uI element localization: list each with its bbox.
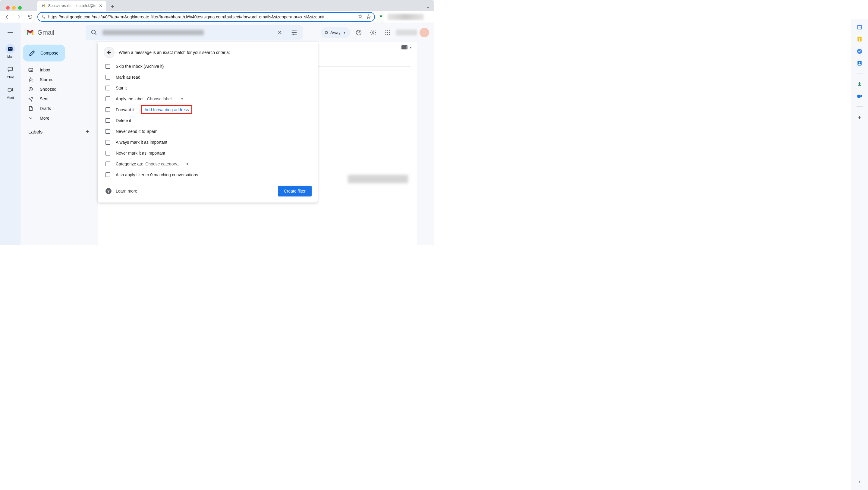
filter-option-mark-read[interactable]: Mark as read (105, 72, 312, 83)
window-close[interactable] (6, 6, 10, 10)
sidebar-item-snoozed[interactable]: Snoozed (21, 84, 95, 94)
svg-rect-0 (41, 16, 43, 16)
omnibox-badge-icon[interactable] (358, 14, 363, 20)
option-label-post: matching conversations. (153, 172, 199, 177)
filter-option-forward-it[interactable]: Forward it Add forwarding address (105, 104, 312, 115)
svg-rect-25 (29, 68, 33, 72)
input-tools[interactable]: ▼ (401, 45, 412, 50)
tabs-dropdown[interactable] (424, 4, 432, 11)
nav-forward-button[interactable] (14, 13, 23, 21)
nav-back-button[interactable] (3, 13, 11, 21)
sidebar-item-drafts[interactable]: Drafts (21, 104, 95, 113)
nav-reload-button[interactable] (26, 13, 34, 21)
svg-point-12 (293, 34, 294, 35)
checkbox[interactable] (105, 161, 110, 166)
org-badge-blurred (396, 30, 417, 36)
checkbox[interactable] (105, 107, 110, 112)
svg-point-20 (387, 32, 388, 33)
choose-label-dropdown[interactable]: Choose label... ▼ (147, 96, 184, 101)
window-minimize[interactable] (12, 6, 16, 10)
extension-icon[interactable] (378, 14, 384, 20)
checkbox[interactable] (105, 86, 110, 90)
keyboard-icon (401, 45, 407, 50)
apps-button[interactable] (381, 27, 394, 38)
option-label: Star it (116, 86, 127, 90)
omnibox[interactable]: https://mail.google.com/mail/u/0/?tab=rm… (37, 12, 375, 22)
filter-option-star-it[interactable]: Star it (105, 83, 312, 93)
back-button[interactable] (104, 47, 115, 58)
chevron-down-icon: ▼ (343, 31, 346, 34)
meet-icon (7, 87, 13, 93)
checkbox[interactable] (105, 151, 110, 155)
compose-button[interactable]: Compose (23, 44, 65, 61)
search-clear-icon[interactable]: ✕ (274, 27, 286, 38)
sidebar-item-inbox[interactable]: Inbox (21, 65, 95, 75)
site-settings-icon[interactable] (41, 14, 46, 19)
choose-category-dropdown[interactable]: Choose category... ▼ (145, 161, 189, 166)
filter-option-never-important[interactable]: Never mark it as important (105, 148, 312, 158)
bookmark-star-icon[interactable] (366, 14, 371, 20)
chevron-down-icon: ▼ (186, 162, 189, 166)
create-filter-panel: When a message is an exact match for you… (98, 42, 318, 203)
checkbox[interactable] (105, 129, 110, 134)
clock-icon (28, 87, 34, 92)
sidebar-item-starred[interactable]: Starred (21, 75, 95, 84)
filter-option-categorize[interactable]: Categorize as: Choose category... ▼ (105, 158, 312, 170)
svg-rect-2 (41, 18, 43, 18)
rail-item-meet[interactable]: Meet (0, 83, 21, 101)
filter-option-always-important[interactable]: Always mark it as important (105, 137, 312, 148)
rail-item-chat[interactable]: Chat (0, 63, 21, 81)
star-icon (28, 77, 34, 82)
gmail-favicon-icon (41, 3, 46, 8)
browser-tab-active[interactable]: Search results - bharath.k@te ✕ (37, 1, 106, 11)
settings-button[interactable] (367, 27, 379, 38)
add-forwarding-address-link[interactable]: Add forwarding address (141, 105, 192, 114)
filter-option-never-spam[interactable]: Never send it to Spam (105, 126, 312, 137)
rail-label-mail: Mail (7, 55, 13, 58)
svg-point-16 (385, 30, 386, 31)
status-chip[interactable]: Away ▼ (321, 27, 350, 38)
tab-close-icon[interactable]: ✕ (99, 3, 102, 8)
inbox-icon (28, 67, 34, 73)
checkbox[interactable] (105, 64, 110, 69)
svg-rect-6 (8, 47, 13, 51)
gmail-app: Mail Chat Meet Gmail ✕ (0, 23, 434, 245)
gmail-body: Compose Inbox Starred Snoozed (21, 42, 434, 245)
filter-option-apply-label[interactable]: Apply the label: Choose label... ▼ (105, 93, 312, 104)
tab-title: Search results - bharath.k@te (48, 4, 96, 8)
sidebar-item-more[interactable]: More (21, 113, 95, 123)
filter-option-delete-it[interactable]: Delete it (105, 115, 312, 126)
sidebar-label: More (40, 116, 50, 121)
account-avatar[interactable] (420, 28, 429, 37)
checkbox[interactable] (105, 140, 110, 145)
search-options-icon[interactable] (288, 27, 300, 38)
status-label: Away (330, 30, 341, 35)
add-label-button[interactable]: + (86, 128, 89, 135)
option-label: Apply the label: (116, 96, 145, 101)
search-query-blurred (102, 30, 271, 35)
sidebar-label: Snoozed (40, 87, 56, 92)
checkbox[interactable] (105, 172, 110, 177)
rail-item-mail[interactable]: Mail (0, 42, 21, 60)
checkbox[interactable] (105, 96, 110, 101)
compose-label: Compose (40, 51, 59, 56)
window-maximize[interactable] (18, 6, 22, 10)
checkbox[interactable] (105, 75, 110, 80)
option-label: Forward it (116, 107, 134, 112)
new-tab-button[interactable]: + (108, 2, 117, 11)
support-button[interactable] (352, 27, 365, 38)
filter-option-skip-inbox[interactable]: Skip the Inbox (Archive it) (105, 61, 312, 72)
gmail-logo[interactable]: Gmail (25, 28, 80, 37)
omnibox-url: https://mail.google.com/mail/u/0/?tab=rm… (48, 14, 355, 19)
main-menu-button[interactable] (3, 25, 18, 40)
search-icon[interactable] (88, 27, 100, 38)
search-bar[interactable]: ✕ (86, 25, 303, 40)
window-controls (2, 5, 25, 11)
svg-point-19 (385, 32, 386, 33)
sidebar-item-sent[interactable]: Sent (21, 94, 95, 104)
filter-option-also-apply[interactable]: Also apply filter to 0 matching conversa… (105, 170, 312, 180)
create-filter-button[interactable]: Create filter (278, 186, 312, 196)
learn-more-link[interactable]: ? Learn more (105, 188, 137, 194)
status-dot-icon (325, 31, 328, 34)
checkbox[interactable] (105, 118, 110, 123)
